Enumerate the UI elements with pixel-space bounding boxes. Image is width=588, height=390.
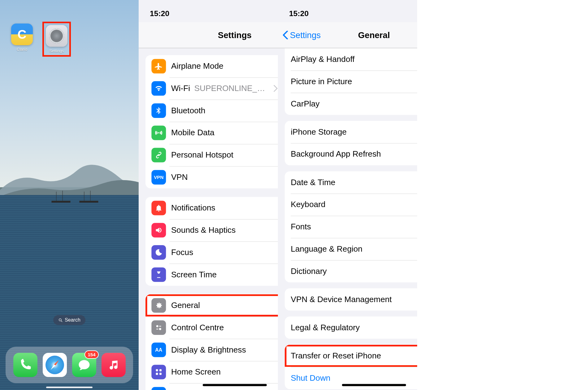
clario-icon: C xyxy=(11,24,33,45)
status-time: 15:20 xyxy=(289,9,309,18)
璋row-sounds[interactable]: Sounds & Haptics xyxy=(145,219,278,241)
row-background-refresh[interactable]: Background App Refresh xyxy=(285,143,417,165)
row-label: Shut Down xyxy=(291,373,417,383)
boats xyxy=(49,189,101,205)
row-label: Dictionary xyxy=(291,266,417,276)
row-label: Date & Time xyxy=(291,178,417,187)
row-label: Personal Hotspot xyxy=(171,150,278,160)
row-legal[interactable]: Legal & Regulatory xyxy=(285,317,417,339)
back-button[interactable]: Settings xyxy=(282,30,321,40)
row-focus[interactable]: Focus xyxy=(145,241,278,264)
hotspot-icon xyxy=(151,148,166,162)
airplane-icon xyxy=(151,59,166,73)
app-label: Settings xyxy=(46,49,67,53)
row-home-screen[interactable]: Home Screen xyxy=(145,361,278,383)
mobile-data-icon xyxy=(151,126,166,140)
svg-rect-28 xyxy=(52,201,70,202)
row-label: Legal & Regulatory xyxy=(291,323,417,332)
focus-icon xyxy=(151,245,166,260)
status-bar: 15:20 xyxy=(278,0,417,22)
row-date-time[interactable]: Date & Time xyxy=(285,171,417,193)
home-indicator[interactable] xyxy=(342,384,406,386)
bluetooth-icon xyxy=(151,103,166,118)
row-vpn[interactable]: VPNVPN xyxy=(145,166,278,188)
settings-icon xyxy=(46,25,67,47)
row-label: Display & Brightness xyxy=(171,345,278,354)
row-personal-hotspot[interactable]: Personal Hotspot xyxy=(145,144,278,166)
row-dictionary[interactable]: Dictionary xyxy=(285,260,417,282)
page-title: General xyxy=(358,30,390,40)
home-indicator[interactable] xyxy=(46,387,93,388)
row-keyboard[interactable]: Keyboard xyxy=(285,193,417,216)
row-carplay[interactable]: CarPlay xyxy=(285,93,417,115)
sounds-icon xyxy=(151,223,166,237)
row-display[interactable]: Display & Brightness xyxy=(145,339,278,361)
search-label: Search xyxy=(65,317,80,323)
row-language-region[interactable]: Language & Region xyxy=(285,238,417,260)
row-label: CarPlay xyxy=(291,99,417,108)
app-label: Clario xyxy=(17,47,27,52)
dock: 154 xyxy=(6,347,133,383)
back-label: Settings xyxy=(290,30,321,40)
row-value: SUPERONLINE_WiFi_5G_6... xyxy=(194,84,271,93)
row-label: Fonts xyxy=(291,222,417,232)
chevron-right-icon xyxy=(274,85,278,92)
screentime-icon xyxy=(151,267,166,282)
home-indicator[interactable] xyxy=(203,384,267,386)
row-label: General xyxy=(171,301,278,310)
row-label: iPhone Storage xyxy=(291,127,417,136)
svg-rect-31 xyxy=(80,201,98,202)
music-icon xyxy=(108,359,119,371)
row-label: Airplane Mode xyxy=(171,62,278,71)
row-wifi[interactable]: Wi-FiSUPERONLINE_WiFi_5G_6... xyxy=(145,77,278,100)
row-label: Transfer or Reset iPhone xyxy=(291,351,417,360)
row-control-centre[interactable]: Control Centre xyxy=(145,317,278,339)
row-fonts[interactable]: Fonts xyxy=(285,216,417,238)
row-vpn-device-mgmt[interactable]: VPN & Device Management xyxy=(285,288,417,311)
app-clario[interactable]: C Clario xyxy=(9,24,35,55)
row-label: Home Screen xyxy=(171,367,278,377)
control-centre-icon xyxy=(151,320,166,335)
row-label: VPN xyxy=(171,173,278,182)
row-label: Wi-Fi xyxy=(171,84,190,93)
row-label: VPN & Device Management xyxy=(291,295,417,304)
general-icon xyxy=(151,298,166,313)
vpn-icon: VPN xyxy=(151,170,166,184)
row-airplane-mode[interactable]: Airplane Mode xyxy=(145,55,278,77)
row-notifications[interactable]: Notifications xyxy=(145,197,278,219)
dock-music[interactable] xyxy=(102,353,126,377)
homescreen-icon xyxy=(151,365,166,379)
navbar: Settings xyxy=(139,22,278,48)
status-bar: 15:20 xyxy=(139,0,278,22)
dock-safari[interactable] xyxy=(43,353,67,377)
row-label: Picture in Picture xyxy=(291,77,417,86)
row-label: Notifications xyxy=(171,203,278,213)
row-label: Bluetooth xyxy=(171,106,278,115)
row-general[interactable]: General xyxy=(145,294,278,317)
spotlight-search[interactable]: Search xyxy=(53,315,85,325)
row-label: Sounds & Haptics xyxy=(171,226,278,235)
notifications-icon xyxy=(151,201,166,215)
row-transfer-reset[interactable]: Transfer or Reset iPhone xyxy=(285,345,417,367)
app-settings[interactable]: Settings xyxy=(43,22,71,56)
chevron-left-icon xyxy=(282,31,288,39)
row-mobile-data[interactable]: Mobile Data xyxy=(145,122,278,144)
wifi-tile-icon xyxy=(151,81,166,96)
row-label: Language & Region xyxy=(291,244,417,254)
row-label: Focus xyxy=(171,248,278,257)
homescreen-panel: 15:04 C Clario Settings xyxy=(0,0,139,390)
row-picture-in-picture[interactable]: Picture in Picture xyxy=(285,71,417,93)
row-iphone-storage[interactable]: iPhone Storage xyxy=(285,121,417,143)
phone-icon xyxy=(19,358,32,371)
dock-phone[interactable] xyxy=(13,353,37,377)
dock-messages[interactable]: 154 xyxy=(72,353,96,377)
row-label: Keyboard xyxy=(291,200,417,209)
row-screen-time[interactable]: Screen Time xyxy=(145,263,278,286)
messages-icon xyxy=(78,358,91,371)
settings-panel: 15:20 Settings Airplane Mode Wi-FiSUPERO… xyxy=(139,0,278,390)
row-bluetooth[interactable]: BluetoothOn xyxy=(145,100,278,122)
row-label: Background App Refresh xyxy=(291,150,417,159)
row-label: Mobile Data xyxy=(171,128,278,137)
row-airplay-handoff[interactable]: AirPlay & Handoff xyxy=(285,48,417,71)
row-label: Screen Time xyxy=(171,270,278,279)
